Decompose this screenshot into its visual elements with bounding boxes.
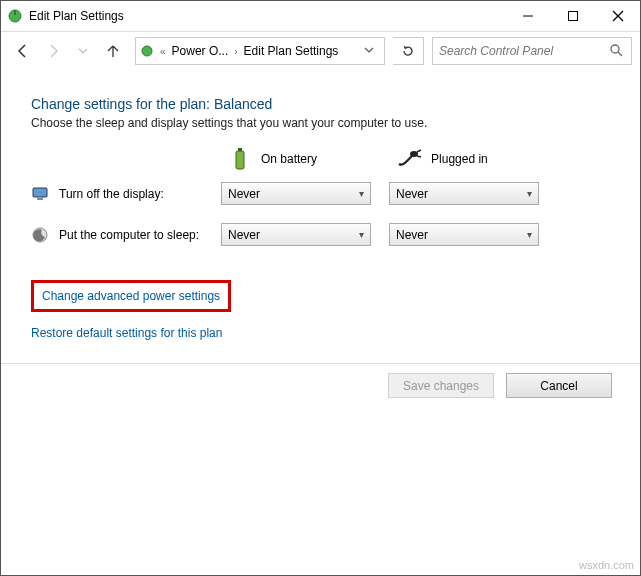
sleep-battery-dropdown[interactable]: Never ▾ [221, 223, 371, 246]
sleep-plugged-dropdown[interactable]: Never ▾ [389, 223, 539, 246]
titlebar: Edit Plan Settings [1, 1, 640, 32]
row-turn-off-display: Turn off the display: Never ▾ Never ▾ [31, 182, 626, 205]
content: Change settings for the plan: Balanced C… [1, 70, 640, 340]
svg-line-13 [417, 156, 421, 157]
battery-icon [227, 146, 253, 172]
chevron-down-icon: ▾ [527, 188, 532, 199]
display-battery-dropdown[interactable]: Never ▾ [221, 182, 371, 205]
page-description: Choose the sleep and display settings th… [31, 116, 626, 130]
put-to-sleep-label: Put the computer to sleep: [59, 228, 199, 242]
address-dropdown-icon[interactable] [358, 44, 380, 58]
chevron-down-icon: ▾ [359, 188, 364, 199]
plug-icon [397, 146, 423, 172]
navbar: « Power O... › Edit Plan Settings [1, 32, 640, 70]
address-bar[interactable]: « Power O... › Edit Plan Settings [135, 37, 385, 65]
display-plugged-dropdown[interactable]: Never ▾ [389, 182, 539, 205]
page-title: Change settings for the plan: Balanced [31, 96, 626, 112]
svg-line-8 [618, 52, 622, 56]
minimize-button[interactable] [505, 1, 550, 31]
row-put-to-sleep: Put the computer to sleep: Never ▾ Never… [31, 223, 626, 246]
svg-point-7 [611, 45, 619, 53]
chevron-down-icon: ▾ [359, 229, 364, 240]
window: Edit Plan Settings [0, 0, 641, 576]
forward-button[interactable] [39, 37, 67, 65]
app-icon [7, 8, 23, 24]
window-title: Edit Plan Settings [29, 9, 124, 23]
cancel-button[interactable]: Cancel [506, 373, 612, 398]
sleep-plugged-value: Never [396, 228, 428, 242]
search-input[interactable] [433, 44, 601, 58]
on-battery-label: On battery [261, 152, 317, 166]
display-battery-value: Never [228, 187, 260, 201]
watermark: wsxdn.com [579, 559, 634, 571]
control-panel-icon [140, 44, 154, 58]
monitor-icon [31, 185, 49, 203]
up-button[interactable] [99, 37, 127, 65]
svg-rect-14 [33, 188, 47, 197]
caption-controls [505, 1, 640, 31]
svg-rect-3 [568, 12, 577, 21]
breadcrumb-edit-plan[interactable]: Edit Plan Settings [244, 44, 339, 58]
svg-rect-10 [238, 148, 242, 151]
turn-off-display-label-group: Turn off the display: [31, 185, 221, 203]
highlight-box: Change advanced power settings [31, 280, 231, 312]
column-headers: On battery Plugged in [227, 146, 626, 172]
address-icons [140, 44, 154, 58]
chevron-right-icon[interactable]: › [232, 46, 239, 57]
display-plugged-value: Never [396, 187, 428, 201]
svg-rect-9 [236, 151, 244, 169]
turn-off-display-label: Turn off the display: [59, 187, 164, 201]
chevron-icon[interactable]: « [158, 46, 168, 57]
svg-line-12 [417, 150, 421, 152]
put-to-sleep-label-group: Put the computer to sleep: [31, 226, 221, 244]
svg-rect-15 [37, 198, 43, 200]
footer-buttons: Save changes Cancel [388, 373, 612, 398]
close-button[interactable] [595, 1, 640, 31]
svg-point-11 [410, 151, 418, 157]
on-battery-header: On battery [227, 146, 317, 172]
back-button[interactable] [9, 37, 37, 65]
moon-icon [31, 226, 49, 244]
chevron-down-icon: ▾ [527, 229, 532, 240]
sleep-battery-value: Never [228, 228, 260, 242]
search-box[interactable] [432, 37, 632, 65]
breadcrumb-power-options[interactable]: Power O... [172, 44, 229, 58]
footer-divider [1, 363, 640, 364]
svg-point-6 [142, 46, 152, 56]
plugged-in-header: Plugged in [397, 146, 488, 172]
refresh-button[interactable] [393, 37, 424, 65]
recent-locations-button[interactable] [69, 37, 97, 65]
search-icon[interactable] [601, 43, 631, 60]
restore-defaults-link[interactable]: Restore default settings for this plan [31, 326, 222, 340]
save-changes-button[interactable]: Save changes [388, 373, 494, 398]
maximize-button[interactable] [550, 1, 595, 31]
advanced-power-settings-link[interactable]: Change advanced power settings [42, 289, 220, 303]
svg-rect-1 [14, 10, 16, 15]
plugged-in-label: Plugged in [431, 152, 488, 166]
